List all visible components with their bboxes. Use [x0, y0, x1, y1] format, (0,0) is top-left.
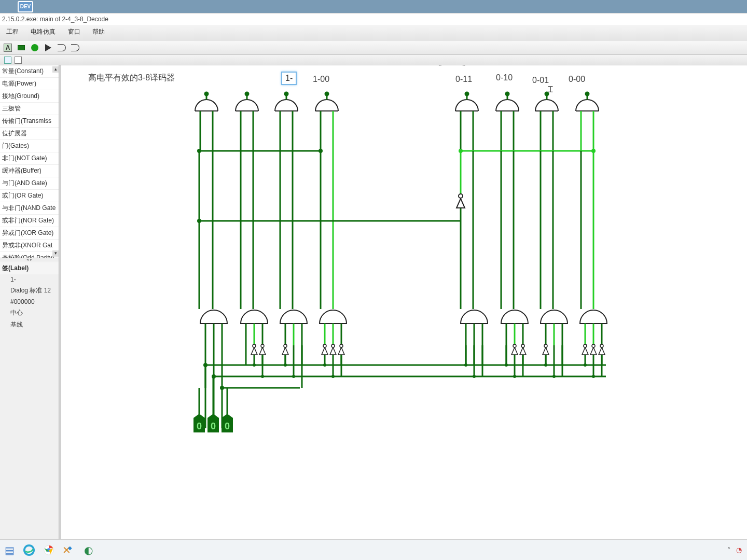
svg-marker-87	[543, 347, 549, 355]
svg-point-148	[513, 375, 516, 378]
circuit-canvas[interactable]: 高电平有效的3-8译码器 1- 1-00 ︿ 0-11 0-10 0-01 0-…	[59, 65, 747, 539]
svg-point-90	[584, 344, 587, 347]
svg-point-142	[544, 363, 547, 367]
svg-point-146	[331, 375, 335, 378]
taskbar-icon-app[interactable]: ◐	[81, 543, 95, 557]
svg-point-147	[473, 375, 476, 378]
comp-xnor[interactable]: 异或非(XNOR Gat	[0, 240, 59, 252]
comp-xor[interactable]: 异或门(XOR Gate)	[0, 227, 59, 240]
toolbar: A	[0, 40, 747, 55]
sidebar: ▴ 常量(Constant) 电源(Power) 接地(Ground) 三极管 …	[0, 65, 59, 539]
prop-color[interactable]: #000000	[0, 297, 59, 307]
svg-point-168	[586, 92, 589, 95]
svg-marker-45	[457, 199, 465, 208]
svg-point-92	[592, 344, 595, 347]
svg-point-160	[325, 92, 328, 95]
svg-point-136	[220, 386, 224, 390]
comp-nand[interactable]: 与非门(NAND Gate	[0, 202, 59, 215]
view-icon-2[interactable]	[15, 57, 22, 64]
svg-point-140	[464, 363, 467, 367]
comp-nor[interactable]: 或非门(NOR Gate)	[0, 215, 59, 227]
comp-transistor[interactable]: 三极管	[0, 103, 59, 115]
svg-marker-91	[590, 347, 597, 355]
svg-point-145	[292, 375, 295, 378]
comp-constant[interactable]: 常量(Constant)	[0, 65, 59, 78]
comp-ground[interactable]: 接地(Ground)	[0, 90, 59, 103]
property-panel: 签(Label) 1- Dialog 标准 12 #000000 中心 基线	[0, 261, 59, 332]
svg-marker-79	[330, 347, 336, 355]
comp-not[interactable]: 非门(NOT Gate)	[0, 152, 59, 165]
svg-marker-121	[208, 414, 219, 418]
taskbar-icon-edge[interactable]	[22, 543, 36, 557]
menu-window[interactable]: 窗口	[63, 25, 86, 38]
secondary-toolbar	[0, 55, 747, 65]
svg-point-164	[506, 92, 509, 95]
comp-buffer[interactable]: 缓冲器(Buffer)	[0, 165, 59, 177]
taskbar-icon-tools[interactable]: ✕◆	[61, 543, 76, 557]
svg-point-86	[521, 344, 524, 347]
svg-point-151	[459, 149, 463, 153]
comp-and[interactable]: 与门(AND Gate)	[0, 177, 59, 190]
svg-point-141	[505, 363, 508, 367]
svg-marker-123	[222, 414, 233, 418]
toolbar-or-gate[interactable]	[70, 42, 81, 53]
toolbar-label-A[interactable]: A	[2, 42, 13, 53]
toolbar-led[interactable]	[29, 42, 40, 53]
toolbar-buffer[interactable]	[43, 42, 54, 53]
comp-or[interactable]: 或门(OR Gate)	[0, 190, 59, 202]
desktop-shortcut[interactable]: DEV	[18, 1, 33, 12]
svg-point-132	[197, 219, 201, 223]
toolbar-and-gate[interactable]	[56, 42, 67, 53]
svg-text:0: 0	[211, 421, 216, 431]
svg-point-78	[323, 344, 326, 347]
tray-chevron-icon[interactable]: ˄	[727, 546, 731, 554]
comp-transmission[interactable]: 传输门(Transmiss	[0, 115, 59, 128]
prop-valign[interactable]: 基线	[0, 319, 59, 331]
svg-point-135	[212, 374, 216, 379]
svg-point-139	[323, 363, 326, 367]
property-title: 签(Label)	[0, 262, 59, 274]
circuit-svg: 0 0 0	[61, 65, 746, 532]
svg-point-149	[552, 375, 556, 378]
scroll-up-icon[interactable]: ▴	[52, 66, 59, 73]
prop-font[interactable]: Dialog 标准 12	[0, 285, 59, 297]
view-icon-1[interactable]	[4, 57, 11, 64]
svg-marker-83	[511, 347, 518, 355]
comp-gates[interactable]: 门(Gates)	[0, 140, 59, 152]
comp-power[interactable]: 电源(Power)	[0, 78, 59, 90]
svg-point-46	[459, 194, 463, 198]
svg-point-72	[253, 344, 256, 347]
svg-marker-81	[338, 347, 344, 355]
svg-point-94	[600, 344, 603, 347]
tray-notification-icon[interactable]: ◔	[736, 546, 742, 554]
svg-point-143	[584, 363, 587, 367]
svg-marker-85	[520, 347, 526, 355]
scroll-down-icon[interactable]: ▾	[52, 250, 59, 257]
taskbar: ▤ ✕◆ ◐ ˄ ◔	[0, 539, 747, 560]
svg-marker-71	[251, 347, 257, 355]
svg-point-158	[285, 92, 288, 95]
taskbar-icon-explorer[interactable]: ▤	[2, 543, 17, 557]
svg-point-134	[203, 363, 208, 367]
toolbar-chip[interactable]	[16, 42, 27, 53]
svg-point-166	[545, 92, 548, 95]
comp-extender[interactable]: 位扩展器	[0, 128, 59, 140]
menu-project[interactable]: 工程	[1, 25, 24, 38]
menu-help[interactable]: 帮助	[87, 25, 110, 38]
svg-point-162	[465, 92, 468, 95]
svg-point-88	[544, 344, 547, 347]
svg-marker-89	[582, 347, 588, 355]
svg-point-82	[340, 344, 343, 347]
app-window: 2.15.0.2.exe: main of 2-4_3-8_Decode 工程 …	[0, 13, 747, 539]
svg-point-74	[261, 344, 264, 347]
svg-point-144	[261, 375, 264, 378]
taskbar-icon-chrome[interactable]	[42, 543, 56, 557]
comp-parity[interactable]: 奇校验(Odd Parity)	[0, 252, 59, 258]
component-list[interactable]: ▴ 常量(Constant) 电源(Power) 接地(Ground) 三极管 …	[0, 65, 59, 258]
window-title: 2.15.0.2.exe: main of 2-4_3-8_Decode	[0, 13, 747, 25]
svg-marker-119	[193, 414, 205, 418]
prop-text[interactable]: 1-	[0, 274, 59, 285]
svg-point-133	[319, 149, 323, 153]
prop-halign[interactable]: 中心	[0, 307, 59, 319]
menu-simulate[interactable]: 电路仿真	[25, 25, 61, 38]
